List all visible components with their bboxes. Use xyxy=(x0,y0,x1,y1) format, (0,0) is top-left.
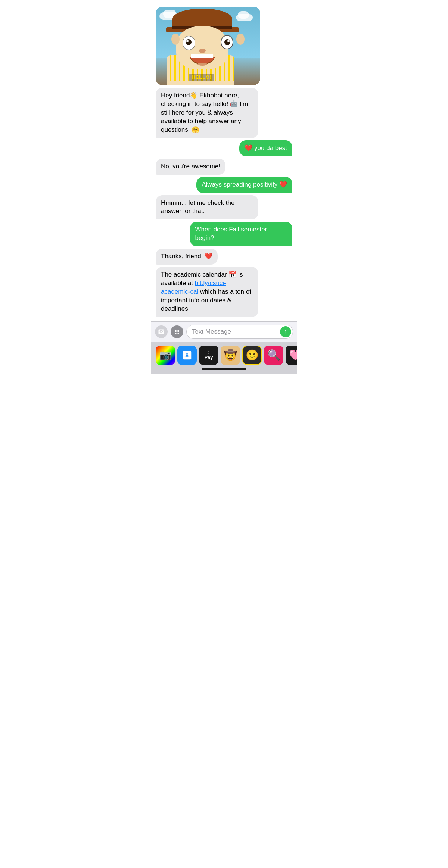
received-bubble: Hey friend👋 Ekhobot here, checking in to… xyxy=(156,88,258,138)
home-indicator xyxy=(202,368,246,370)
apple-logo:  xyxy=(208,350,209,355)
message-text: ❤️ you da best xyxy=(245,144,287,152)
chat-area: HELLO! Hey friend👋 Ekhobot here, checkin… xyxy=(151,0,297,321)
apps-icon xyxy=(174,328,180,335)
dock-icon-appstore[interactable] xyxy=(177,346,197,365)
hello-label: HELLO! xyxy=(189,74,214,81)
received-bubble: Thanks, friend! ❤️ xyxy=(156,249,218,265)
heart-icon: 🩷 xyxy=(289,349,297,361)
dock-icon-globe[interactable]: 🔍 xyxy=(264,346,283,365)
sent-bubble: When does Fall semester begin? xyxy=(190,222,293,246)
apps-button[interactable] xyxy=(171,325,183,338)
text-input-wrapper[interactable]: Text Message ↑ xyxy=(186,325,293,339)
memoji1-icon: 🤠 xyxy=(224,349,237,361)
text-input-placeholder: Text Message xyxy=(192,328,231,335)
sent-bubble: Always spreading positivity ❤️ xyxy=(196,177,292,193)
send-arrow-icon: ↑ xyxy=(284,328,287,335)
received-bubble-link: The academic calendar 📅 is available at … xyxy=(156,267,258,317)
globe-icon: 🔍 xyxy=(267,349,280,361)
sent-bubble: ❤️ you da best xyxy=(239,140,292,156)
message-text: Hey friend👋 Ekhobot here, checking in to… xyxy=(161,92,248,133)
dock-icon-applepay[interactable]:  Pay xyxy=(199,346,218,365)
dock-icon-memoji2[interactable]: 🙂 xyxy=(242,346,262,365)
photos-icon: 📷 xyxy=(159,349,171,361)
message-text: No, you're awesome! xyxy=(161,163,220,170)
message-row: When does Fall semester begin? xyxy=(151,221,297,247)
dock-icon-memoji1[interactable]: 🤠 xyxy=(221,346,240,365)
message-text: When does Fall semester begin? xyxy=(195,226,267,241)
image-bubble: HELLO! xyxy=(156,7,260,85)
dock-row: 📷  Pay 🤠 🙂 🔍 🩷 lc xyxy=(156,346,292,365)
woody-gif: HELLO! xyxy=(156,7,260,85)
input-bar: Text Message ↑ xyxy=(151,321,297,342)
image-bubble-row: HELLO! xyxy=(151,4,297,87)
message-text: Hmmm... let me check the answer for that… xyxy=(161,199,234,215)
message-row: The academic calendar 📅 is available at … xyxy=(151,266,297,318)
dock-icon-heartapp[interactable]: 🩷 xyxy=(286,346,297,365)
camera-button[interactable] xyxy=(155,325,168,338)
message-row: No, you're awesome! xyxy=(151,157,297,176)
message-row: Hey friend👋 Ekhobot here, checking in to… xyxy=(151,87,297,139)
memoji2-icon: 🙂 xyxy=(246,349,259,361)
calendar-link[interactable]: bit.ly/csuci-academic-cal xyxy=(161,280,226,295)
pay-text: Pay xyxy=(204,355,213,360)
received-bubble: No, you're awesome! xyxy=(156,159,225,175)
message-row: Hmmm... let me check the answer for that… xyxy=(151,194,297,221)
message-row: Thanks, friend! ❤️ xyxy=(151,247,297,266)
message-row: Always spreading positivity ❤️ xyxy=(151,176,297,194)
message-text: Always spreading positivity ❤️ xyxy=(202,181,287,188)
message-row: ❤️ you da best xyxy=(151,139,297,157)
received-bubble: Hmmm... let me check the answer for that… xyxy=(156,195,258,220)
camera-icon xyxy=(158,328,165,335)
dock-area: 📷  Pay 🤠 🙂 🔍 🩷 lc xyxy=(151,342,297,374)
message-text: Thanks, friend! ❤️ xyxy=(161,253,212,260)
send-button[interactable]: ↑ xyxy=(280,326,291,337)
appstore-icon xyxy=(181,350,193,361)
message-text: The academic calendar 📅 is available at … xyxy=(161,271,251,312)
dock-icon-photos[interactable]: 📷 xyxy=(156,346,175,365)
